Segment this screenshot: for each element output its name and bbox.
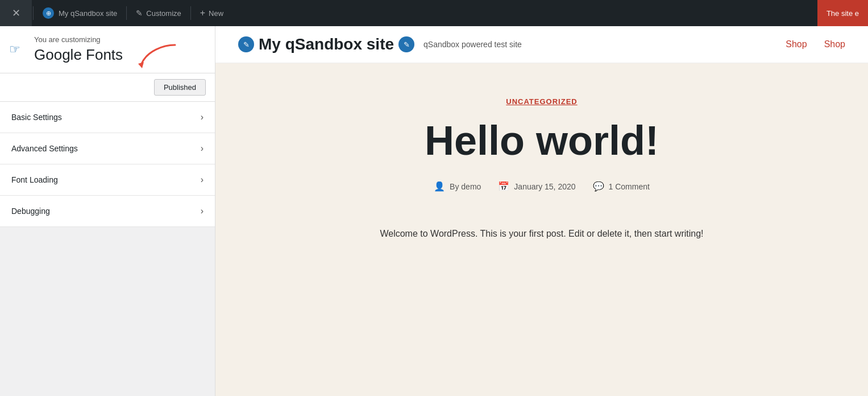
site-header: ✎ My qSandbox site ✎ qSandbox powered te… <box>215 26 868 63</box>
chevron-right-icon: › <box>201 143 203 154</box>
site-title: My qSandbox site <box>259 35 394 53</box>
post-comments: 1 Comment <box>609 182 650 191</box>
site-nav: Shop Shop <box>786 39 845 50</box>
site-badge: The site e <box>817 0 868 26</box>
arrow-indicator <box>135 42 181 73</box>
post-date: January 15, 2020 <box>514 182 575 191</box>
close-customizer-button[interactable]: ✕ <box>0 0 32 26</box>
chevron-right-icon: › <box>201 175 203 185</box>
new-label: New <box>209 9 223 18</box>
menu-item-label: Advanced Settings <box>11 144 78 153</box>
new-link[interactable]: + New <box>192 0 231 26</box>
divider <box>33 6 34 20</box>
site-link[interactable]: ⊕ My qSandbox site <box>35 0 125 26</box>
nav-item-shop-1[interactable]: Shop <box>786 39 807 50</box>
customize-label: Customize <box>146 9 181 18</box>
site-name-label: My qSandbox site <box>59 9 117 18</box>
cursor-icon: ☞ <box>9 42 20 57</box>
customizer-panel: ☞ You are customizing Google Fonts Publi… <box>0 26 215 396</box>
edit-site-title-icon[interactable]: ✎ <box>238 36 254 52</box>
globe-icon: ⊕ <box>43 7 54 19</box>
admin-bar: ✕ ⊕ My qSandbox site ✎ Customize + New T… <box>0 0 868 26</box>
main-content: ☞ You are customizing Google Fonts Publi… <box>0 26 868 396</box>
divider2 <box>126 6 127 20</box>
post-category: UNCATEGORIZED <box>506 97 577 106</box>
post-author-meta: 👤 By demo <box>434 181 481 192</box>
menu-item-label: Debugging <box>11 207 50 216</box>
published-button[interactable]: Published <box>154 79 206 96</box>
chevron-right-icon: › <box>201 112 203 122</box>
menu-item-basic-settings[interactable]: Basic Settings › <box>0 102 215 133</box>
svg-marker-0 <box>138 62 144 68</box>
menu-item-font-loading[interactable]: Font Loading › <box>0 164 215 196</box>
site-title-group: ✎ My qSandbox site ✎ qSandbox powered te… <box>238 35 522 53</box>
divider3 <box>190 6 191 20</box>
menu-item-label: Basic Settings <box>11 113 62 122</box>
post-date-meta: 📅 January 15, 2020 <box>498 181 575 192</box>
customizer-menu: Basic Settings › Advanced Settings › Fon… <box>0 102 215 396</box>
post-author-text: By demo <box>450 182 481 191</box>
post-excerpt: Welcome to WordPress. This is your first… <box>380 226 703 241</box>
preview-content: UNCATEGORIZED Hello world! 👤 By demo 📅 J… <box>215 63 868 396</box>
customize-link[interactable]: ✎ Customize <box>128 0 189 26</box>
post-title: Hello world! <box>425 117 659 164</box>
site-tagline: qSandbox powered test site <box>423 40 522 49</box>
pencil-icon: ✎ <box>136 9 143 18</box>
nav-item-shop-2[interactable]: Shop <box>824 39 845 50</box>
customizer-toolbar: Published <box>0 73 215 102</box>
menu-item-advanced-settings[interactable]: Advanced Settings › <box>0 133 215 164</box>
menu-item-debugging[interactable]: Debugging › <box>0 196 215 227</box>
post-comments-meta: 💬 1 Comment <box>593 181 650 192</box>
chevron-right-icon: › <box>201 206 203 216</box>
preview-area: ✎ My qSandbox site ✎ qSandbox powered te… <box>215 26 868 396</box>
author-icon: 👤 <box>434 181 445 192</box>
plus-icon: + <box>200 8 205 18</box>
customizer-header: ☞ You are customizing Google Fonts <box>0 26 215 73</box>
edit-tagline-icon[interactable]: ✎ <box>398 36 414 52</box>
calendar-icon: 📅 <box>498 181 509 192</box>
comment-icon: 💬 <box>593 181 604 192</box>
menu-item-label: Font Loading <box>11 175 58 184</box>
post-meta: 👤 By demo 📅 January 15, 2020 💬 1 Comment <box>434 181 650 192</box>
